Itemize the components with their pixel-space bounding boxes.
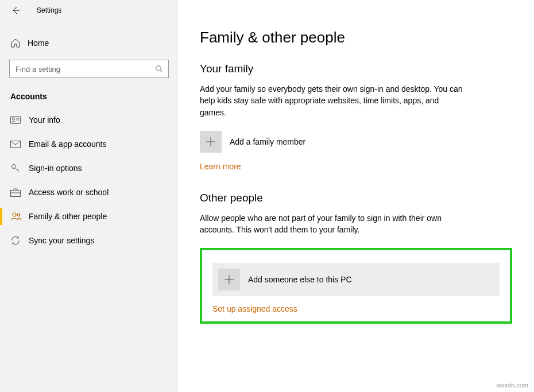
back-button[interactable] — [10, 5, 21, 15]
home-link[interactable]: Home — [0, 32, 178, 54]
arrow-left-icon — [11, 6, 20, 15]
window-title: Settings — [37, 6, 61, 14]
search-container — [9, 60, 169, 78]
add-someone-else-button[interactable]: Add someone else to this PC — [212, 263, 500, 296]
svg-point-3 — [13, 118, 15, 120]
home-label: Home — [28, 38, 49, 48]
sidebar-item-label: Access work or school — [29, 188, 109, 197]
plus-icon — [200, 131, 222, 153]
search-input[interactable] — [10, 65, 168, 73]
svg-line-1 — [160, 70, 162, 72]
sidebar-item-label: Sign-in options — [29, 164, 82, 173]
other-people-description: Allow people who are not part of your fa… — [200, 212, 464, 236]
page-title: Family & other people — [200, 29, 512, 46]
svg-point-13 — [17, 214, 20, 216]
sidebar-item-family[interactable]: Family & other people — [0, 204, 178, 228]
search-icon[interactable] — [153, 63, 165, 75]
search-box[interactable] — [9, 60, 169, 78]
svg-line-9 — [17, 169, 18, 170]
highlight-box: Add someone else to this PC Set up assig… — [200, 248, 512, 324]
svg-point-0 — [156, 65, 161, 71]
home-icon — [10, 38, 24, 48]
plus-icon — [218, 269, 240, 290]
sidebar-item-label: Email & app accounts — [29, 139, 106, 149]
sidebar-item-email[interactable]: Email & app accounts — [0, 132, 178, 156]
add-family-member-button[interactable]: Add a family member — [200, 131, 512, 153]
sidebar-item-label: Your info — [29, 115, 60, 125]
titlebar: Settings — [0, 0, 178, 21]
sync-icon — [10, 235, 24, 246]
sidebar-item-your-info[interactable]: Your info — [0, 108, 178, 132]
other-people-heading: Other people — [200, 192, 512, 204]
assigned-access-link[interactable]: Set up assigned access — [212, 304, 297, 313]
add-family-label: Add a family member — [230, 137, 305, 146]
person-card-icon — [10, 116, 24, 124]
watermark: wsxdn.com — [497, 382, 528, 389]
family-description: Add your family so everybody gets their … — [200, 83, 464, 118]
sidebar-item-signin[interactable]: Sign-in options — [0, 156, 178, 180]
sidebar-section-title: Accounts — [0, 92, 178, 108]
sidebar-item-sync[interactable]: Sync your settings — [0, 228, 178, 253]
learn-more-link[interactable]: Learn more — [200, 162, 241, 171]
sidebar: Settings Home Accounts Your info Email &… — [0, 0, 178, 392]
add-someone-label: Add someone else to this PC — [248, 275, 352, 284]
sidebar-item-work-school[interactable]: Access work or school — [0, 180, 178, 204]
svg-point-7 — [12, 165, 16, 169]
family-heading: Your family — [200, 63, 512, 75]
sidebar-item-label: Family & other people — [29, 212, 107, 221]
email-icon — [10, 141, 24, 148]
svg-point-12 — [13, 213, 16, 216]
people-icon — [10, 212, 24, 221]
briefcase-icon — [10, 188, 24, 197]
main-content: Family & other people Your family Add yo… — [178, 0, 534, 392]
svg-rect-10 — [11, 190, 21, 196]
sidebar-item-label: Sync your settings — [29, 236, 94, 245]
key-icon — [10, 163, 24, 173]
